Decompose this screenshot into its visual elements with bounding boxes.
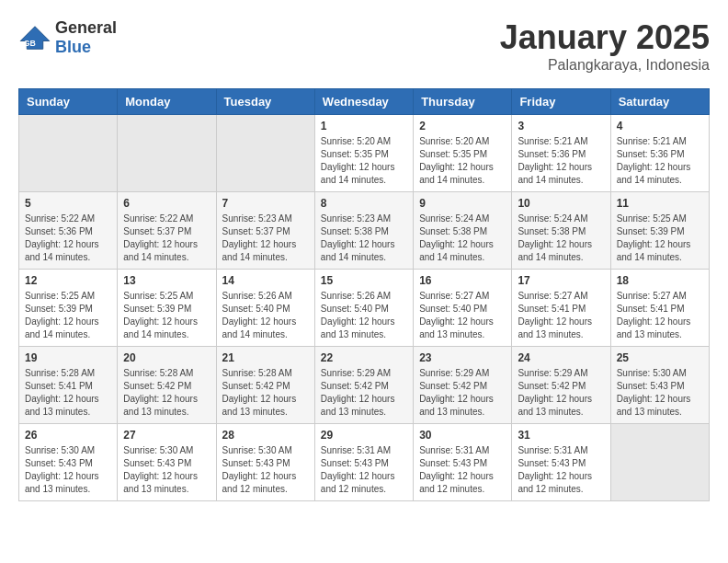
weekday-header-saturday: Saturday <box>610 89 709 115</box>
day-number: 14 <box>222 274 309 287</box>
weekday-header-friday: Friday <box>512 89 610 115</box>
day-cell: 17Sunrise: 5:27 AMSunset: 5:41 PMDayligh… <box>512 270 610 347</box>
day-cell <box>19 115 118 192</box>
day-info: Sunrise: 5:30 AMSunset: 5:43 PMDaylight:… <box>123 444 210 496</box>
day-cell: 9Sunrise: 5:24 AMSunset: 5:38 PMDaylight… <box>414 192 512 270</box>
day-info: Sunrise: 5:31 AMSunset: 5:43 PMDaylight:… <box>518 444 604 496</box>
day-info: Sunrise: 5:21 AMSunset: 5:36 PMDaylight:… <box>518 135 604 187</box>
week-row-3: 12Sunrise: 5:25 AMSunset: 5:39 PMDayligh… <box>19 270 710 347</box>
day-info: Sunrise: 5:22 AMSunset: 5:37 PMDaylight:… <box>123 213 210 264</box>
day-number: 31 <box>518 429 604 442</box>
day-cell: 21Sunrise: 5:28 AMSunset: 5:42 PMDayligh… <box>216 347 314 424</box>
day-cell: 24Sunrise: 5:29 AMSunset: 5:42 PMDayligh… <box>512 347 610 424</box>
day-cell: 6Sunrise: 5:22 AMSunset: 5:37 PMDaylight… <box>118 192 216 270</box>
calendar-table: SundayMondayTuesdayWednesdayThursdayFrid… <box>18 88 710 501</box>
logo-general: General <box>55 18 117 37</box>
title-area: January 2025 Palangkaraya, Indonesia <box>500 18 710 74</box>
day-cell: 7Sunrise: 5:23 AMSunset: 5:37 PMDaylight… <box>216 192 314 270</box>
day-number: 20 <box>123 351 210 364</box>
day-info: Sunrise: 5:21 AMSunset: 5:36 PMDaylight:… <box>617 135 703 187</box>
day-info: Sunrise: 5:25 AMSunset: 5:39 PMDaylight:… <box>123 290 210 341</box>
day-number: 19 <box>25 351 111 364</box>
day-number: 1 <box>321 120 407 132</box>
logo-blue: Blue <box>55 38 91 56</box>
day-info: Sunrise: 5:24 AMSunset: 5:38 PMDaylight:… <box>518 213 604 264</box>
day-cell: 8Sunrise: 5:23 AMSunset: 5:38 PMDaylight… <box>314 192 413 270</box>
day-info: Sunrise: 5:26 AMSunset: 5:40 PMDaylight:… <box>222 290 309 341</box>
day-cell <box>118 115 216 192</box>
day-cell: 4Sunrise: 5:21 AMSunset: 5:36 PMDaylight… <box>610 115 709 192</box>
day-cell: 19Sunrise: 5:28 AMSunset: 5:41 PMDayligh… <box>19 347 118 424</box>
day-cell: 20Sunrise: 5:28 AMSunset: 5:42 PMDayligh… <box>118 347 216 424</box>
day-info: Sunrise: 5:27 AMSunset: 5:41 PMDaylight:… <box>617 290 703 341</box>
day-number: 21 <box>222 351 309 364</box>
day-cell: 22Sunrise: 5:29 AMSunset: 5:42 PMDayligh… <box>314 347 413 424</box>
day-info: Sunrise: 5:25 AMSunset: 5:39 PMDaylight:… <box>617 213 703 264</box>
day-info: Sunrise: 5:31 AMSunset: 5:43 PMDaylight:… <box>321 444 407 496</box>
day-info: Sunrise: 5:29 AMSunset: 5:42 PMDaylight:… <box>321 367 407 419</box>
day-cell: 25Sunrise: 5:30 AMSunset: 5:43 PMDayligh… <box>610 347 709 424</box>
month-title: January 2025 <box>500 18 710 57</box>
week-row-1: 1Sunrise: 5:20 AMSunset: 5:35 PMDaylight… <box>19 115 710 192</box>
day-cell: 23Sunrise: 5:29 AMSunset: 5:42 PMDayligh… <box>414 347 512 424</box>
day-cell: 26Sunrise: 5:30 AMSunset: 5:43 PMDayligh… <box>19 424 118 501</box>
day-info: Sunrise: 5:30 AMSunset: 5:43 PMDaylight:… <box>617 367 703 419</box>
day-cell <box>610 424 709 501</box>
day-info: Sunrise: 5:27 AMSunset: 5:40 PMDaylight:… <box>419 290 506 341</box>
day-info: Sunrise: 5:27 AMSunset: 5:41 PMDaylight:… <box>518 290 604 341</box>
day-number: 5 <box>25 197 111 210</box>
day-info: Sunrise: 5:31 AMSunset: 5:43 PMDaylight:… <box>419 444 506 496</box>
day-info: Sunrise: 5:29 AMSunset: 5:42 PMDaylight:… <box>419 367 506 419</box>
logo-icon: GB <box>18 25 51 51</box>
day-info: Sunrise: 5:20 AMSunset: 5:35 PMDaylight:… <box>419 135 506 187</box>
day-number: 24 <box>518 351 604 364</box>
week-row-2: 5Sunrise: 5:22 AMSunset: 5:36 PMDaylight… <box>19 192 710 270</box>
weekday-header-row: SundayMondayTuesdayWednesdayThursdayFrid… <box>19 89 710 115</box>
location-title: Palangkaraya, Indonesia <box>500 57 710 74</box>
header: GB General Blue January 2025 Palangkaray… <box>18 18 710 74</box>
day-cell: 2Sunrise: 5:20 AMSunset: 5:35 PMDaylight… <box>414 115 512 192</box>
day-number: 30 <box>419 429 506 442</box>
day-info: Sunrise: 5:24 AMSunset: 5:38 PMDaylight:… <box>419 213 506 264</box>
day-number: 4 <box>617 120 703 132</box>
week-row-5: 26Sunrise: 5:30 AMSunset: 5:43 PMDayligh… <box>19 424 710 501</box>
weekday-header-sunday: Sunday <box>19 89 118 115</box>
day-number: 25 <box>617 351 703 364</box>
day-cell: 16Sunrise: 5:27 AMSunset: 5:40 PMDayligh… <box>414 270 512 347</box>
day-number: 26 <box>25 429 111 442</box>
day-number: 18 <box>617 274 703 287</box>
week-row-4: 19Sunrise: 5:28 AMSunset: 5:41 PMDayligh… <box>19 347 710 424</box>
day-cell: 5Sunrise: 5:22 AMSunset: 5:36 PMDaylight… <box>19 192 118 270</box>
day-number: 10 <box>518 197 604 210</box>
day-info: Sunrise: 5:23 AMSunset: 5:38 PMDaylight:… <box>321 213 407 264</box>
day-cell: 12Sunrise: 5:25 AMSunset: 5:39 PMDayligh… <box>19 270 118 347</box>
day-cell: 27Sunrise: 5:30 AMSunset: 5:43 PMDayligh… <box>118 424 216 501</box>
day-cell: 30Sunrise: 5:31 AMSunset: 5:43 PMDayligh… <box>414 424 512 501</box>
weekday-header-wednesday: Wednesday <box>314 89 413 115</box>
day-cell: 11Sunrise: 5:25 AMSunset: 5:39 PMDayligh… <box>610 192 709 270</box>
day-number: 23 <box>419 351 506 364</box>
day-cell: 29Sunrise: 5:31 AMSunset: 5:43 PMDayligh… <box>314 424 413 501</box>
day-number: 27 <box>123 429 210 442</box>
day-number: 9 <box>419 197 506 210</box>
day-cell: 31Sunrise: 5:31 AMSunset: 5:43 PMDayligh… <box>512 424 610 501</box>
day-cell: 1Sunrise: 5:20 AMSunset: 5:35 PMDaylight… <box>314 115 413 192</box>
day-info: Sunrise: 5:28 AMSunset: 5:42 PMDaylight:… <box>222 367 309 419</box>
weekday-header-thursday: Thursday <box>414 89 512 115</box>
day-number: 2 <box>419 120 506 132</box>
day-number: 8 <box>321 197 407 210</box>
day-number: 29 <box>321 429 407 442</box>
day-cell <box>216 115 314 192</box>
day-number: 13 <box>123 274 210 287</box>
day-info: Sunrise: 5:20 AMSunset: 5:35 PMDaylight:… <box>321 135 407 187</box>
day-number: 16 <box>419 274 506 287</box>
day-cell: 28Sunrise: 5:30 AMSunset: 5:43 PMDayligh… <box>216 424 314 501</box>
day-number: 11 <box>617 197 703 210</box>
day-info: Sunrise: 5:28 AMSunset: 5:42 PMDaylight:… <box>123 367 210 419</box>
day-number: 17 <box>518 274 604 287</box>
day-info: Sunrise: 5:28 AMSunset: 5:41 PMDaylight:… <box>25 367 111 419</box>
day-cell: 18Sunrise: 5:27 AMSunset: 5:41 PMDayligh… <box>610 270 709 347</box>
day-info: Sunrise: 5:26 AMSunset: 5:40 PMDaylight:… <box>321 290 407 341</box>
day-number: 28 <box>222 429 309 442</box>
day-info: Sunrise: 5:23 AMSunset: 5:37 PMDaylight:… <box>222 213 309 264</box>
